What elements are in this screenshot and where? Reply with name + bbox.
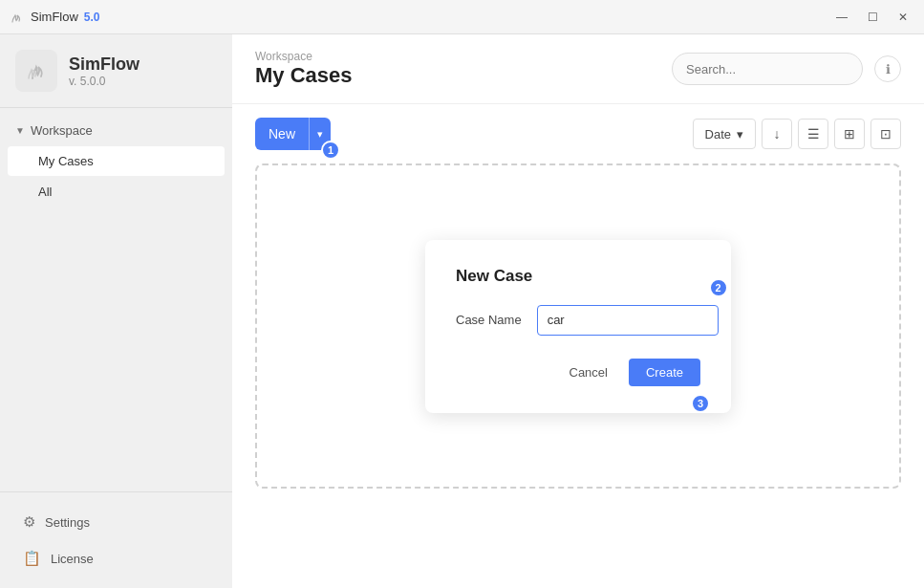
new-button[interactable]: New ▾ 1 bbox=[255, 118, 331, 150]
grid-view-icon: ⊞ bbox=[844, 126, 855, 142]
sidebar-app-info: SimFlow v. 5.0.0 bbox=[0, 34, 232, 108]
header-title-area: Workspace My Cases bbox=[255, 50, 353, 88]
dialog-title: New Case bbox=[456, 267, 700, 286]
sidebar: SimFlow v. 5.0.0 ▼ Workspace My Cases Al… bbox=[0, 34, 232, 588]
page-title: My Cases bbox=[255, 63, 353, 88]
sidebar-app-version: v. 5.0.0 bbox=[69, 75, 140, 88]
settings-label: Settings bbox=[45, 515, 90, 530]
title-bar-version: 5.0 bbox=[84, 11, 100, 24]
view-list-button[interactable]: ☰ bbox=[798, 119, 828, 149]
badge-1: 1 bbox=[321, 141, 340, 160]
title-bar-appname: SimFlow bbox=[31, 10, 78, 24]
sidebar-app-name: SimFlow bbox=[69, 54, 140, 75]
info-button[interactable]: ℹ bbox=[874, 55, 901, 82]
case-name-label: Case Name bbox=[456, 313, 522, 327]
dashed-container: New Case Case Name 2 Cancel Create 3 bbox=[255, 163, 901, 489]
minimize-button[interactable]: — bbox=[828, 7, 855, 28]
toolbar-right: Date ▾ ↓ ☰ ⊞ ⊡ bbox=[693, 119, 901, 149]
sidebar-nav: ▼ Workspace My Cases All bbox=[0, 108, 232, 491]
title-bar-controls: — ☐ ✕ bbox=[828, 7, 916, 28]
title-bar: SimFlow 5.0 — ☐ ✕ bbox=[0, 0, 924, 34]
search-input[interactable] bbox=[672, 53, 863, 85]
sort-date-button[interactable]: Date ▾ bbox=[693, 119, 756, 149]
badge-2: 2 bbox=[709, 278, 728, 297]
app-body: SimFlow v. 5.0.0 ▼ Workspace My Cases Al… bbox=[0, 34, 924, 588]
sidebar-item-all[interactable]: All bbox=[8, 177, 225, 207]
license-label: License bbox=[51, 552, 94, 566]
side-view-icon: ⊡ bbox=[880, 126, 892, 142]
sidebar-footer: ⚙ Settings 📋 License bbox=[0, 491, 232, 588]
maximize-button[interactable]: ☐ bbox=[859, 7, 886, 28]
sidebar-item-mycases[interactable]: My Cases bbox=[8, 146, 225, 176]
case-name-input[interactable] bbox=[537, 305, 719, 336]
workspace-section-label: Workspace bbox=[31, 123, 93, 138]
title-bar-left: SimFlow 5.0 bbox=[8, 9, 100, 26]
sort-direction-icon: ↓ bbox=[774, 126, 781, 142]
toolbar: New ▾ 1 Date ▾ ↓ ☰ ⊞ bbox=[232, 104, 924, 163]
info-icon: ℹ bbox=[886, 62, 891, 76]
simflow-logo-icon bbox=[23, 57, 50, 84]
license-icon: 📋 bbox=[23, 550, 41, 567]
settings-button[interactable]: ⚙ Settings bbox=[0, 504, 232, 540]
form-row-casename: Case Name 2 bbox=[456, 305, 700, 336]
breadcrumb: Workspace bbox=[255, 50, 353, 63]
dialog-actions: Cancel Create 3 bbox=[456, 359, 700, 386]
view-grid-button[interactable]: ⊞ bbox=[834, 119, 865, 149]
content-area: New Case Case Name 2 Cancel Create 3 bbox=[232, 163, 924, 588]
main-header: Workspace My Cases ℹ bbox=[232, 34, 924, 104]
sidebar-section-workspace[interactable]: ▼ Workspace bbox=[0, 116, 232, 145]
toolbar-left: New ▾ 1 bbox=[255, 118, 331, 150]
header-right: ℹ bbox=[672, 53, 901, 85]
create-button[interactable]: Create bbox=[629, 359, 700, 386]
close-button[interactable]: ✕ bbox=[890, 7, 916, 28]
license-button[interactable]: 📋 License bbox=[0, 540, 232, 577]
settings-icon: ⚙ bbox=[23, 513, 35, 531]
cancel-button[interactable]: Cancel bbox=[558, 359, 619, 385]
sidebar-app-details: SimFlow v. 5.0.0 bbox=[69, 54, 140, 88]
view-side-button[interactable]: ⊡ bbox=[870, 119, 901, 149]
new-button-label: New bbox=[255, 126, 309, 142]
badge-3: 3 bbox=[691, 394, 710, 413]
app-logo-box bbox=[15, 50, 57, 92]
new-case-dialog: New Case Case Name 2 Cancel Create 3 bbox=[425, 240, 731, 413]
sort-direction-button[interactable]: ↓ bbox=[762, 119, 792, 149]
list-view-icon: ☰ bbox=[807, 126, 820, 142]
sort-label: Date bbox=[705, 127, 731, 142]
main-content: Workspace My Cases ℹ New ▾ 1 D bbox=[232, 34, 924, 588]
app-logo-icon bbox=[8, 9, 25, 26]
sort-dropdown-icon: ▾ bbox=[737, 127, 743, 142]
workspace-collapse-icon: ▼ bbox=[15, 125, 25, 136]
